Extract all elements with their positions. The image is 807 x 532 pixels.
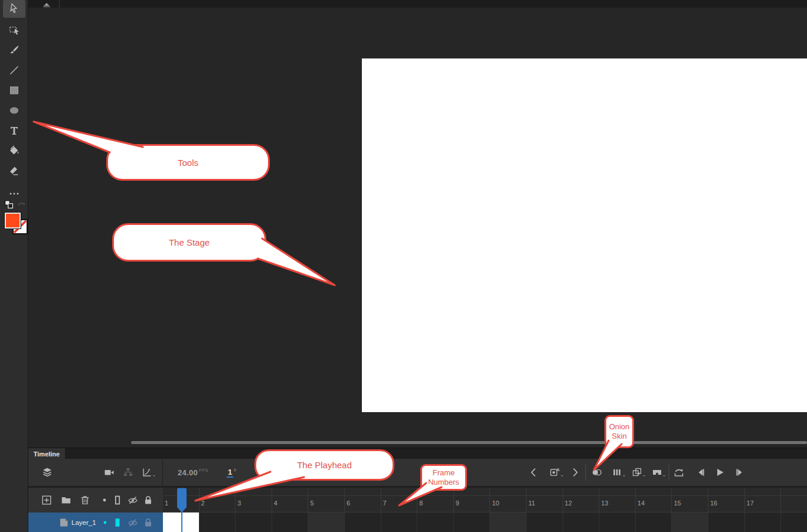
frame-number: 4 (274, 500, 277, 507)
tool-eraser-tool[interactable] (0, 161, 28, 181)
frame-cell[interactable] (454, 513, 491, 532)
onion-skin-outlines-icon[interactable] (611, 466, 623, 478)
ruler-column[interactable]: 10 (490, 488, 527, 513)
frame-cell[interactable] (745, 513, 782, 532)
layer-highlight-dot-icon[interactable] (99, 517, 111, 528)
ruler-column[interactable]: 2 (200, 488, 236, 513)
camera-partial-icon[interactable] (41, 0, 52, 7)
layer-visibility-icon[interactable] (127, 517, 139, 528)
modify-markers-icon[interactable] (651, 466, 663, 478)
play-icon[interactable] (714, 466, 726, 478)
layer-options-icon[interactable] (41, 466, 53, 478)
ruler-column[interactable]: 17 (745, 488, 782, 513)
add-layer-icon[interactable] (41, 494, 53, 506)
stage[interactable] (362, 58, 807, 412)
frame-cell[interactable] (708, 513, 745, 532)
ruler-column[interactable]: 13 (599, 488, 636, 513)
frame-number-ruler[interactable]: 1234567891011121314151617 (163, 488, 807, 513)
next-keyframe-icon[interactable] (569, 466, 581, 478)
layer-parenting-icon[interactable] (122, 466, 134, 478)
tool-selection-tool[interactable] (3, 0, 25, 18)
layer-lock-icon[interactable] (142, 517, 154, 528)
frame-cell[interactable] (599, 513, 636, 532)
edit-multiple-frames-icon[interactable] (631, 466, 643, 478)
frame-cell[interactable] (417, 513, 454, 532)
ruler-column[interactable]: 11 (527, 488, 563, 513)
layer-outline-color-icon[interactable] (112, 517, 123, 528)
tool-list (0, 0, 28, 204)
horizontal-scrollbar[interactable] (131, 441, 807, 444)
tab-label: Timeline (34, 451, 60, 458)
layer-frames-track[interactable] (163, 513, 807, 532)
loop-icon[interactable] (673, 466, 685, 478)
add-camera-icon[interactable] (103, 466, 115, 478)
layer-name[interactable]: Layer_1 (71, 519, 96, 526)
ruler-column[interactable]: 16 (708, 488, 745, 513)
callout-onion-skin: Onion Skin (605, 415, 634, 448)
ruler-column[interactable]: 3 (236, 488, 272, 513)
delete-layer-icon[interactable] (79, 494, 91, 506)
svg-text:A: A (556, 467, 560, 472)
frame-cell[interactable] (345, 513, 381, 532)
ruler-column[interactable]: 15 (672, 488, 708, 513)
frame-cell[interactable] (272, 513, 309, 532)
ruler-column[interactable] (781, 488, 807, 513)
callout-label: Onion Skin (606, 422, 632, 440)
step-back-icon[interactable] (695, 466, 707, 478)
tool-line-tool[interactable] (0, 60, 28, 80)
layer-row-layer1[interactable]: Layer_1 (28, 513, 163, 532)
ruler-column[interactable]: 4 (272, 488, 309, 513)
fps-value[interactable]: 24.00 (178, 468, 198, 477)
default-colors-icon[interactable] (4, 200, 14, 210)
fill-color-swatch[interactable] (5, 213, 21, 229)
fps-control[interactable]: 24.00 FPS (178, 459, 208, 486)
highlight-all-icon[interactable] (99, 494, 110, 506)
frame-cell[interactable] (308, 513, 345, 532)
ruler-column[interactable]: 8 (417, 488, 454, 513)
frame-cell[interactable] (200, 513, 236, 532)
lock-all-icon[interactable] (142, 494, 154, 506)
hide-all-icon[interactable] (127, 494, 139, 506)
tool-paint-bucket-tool[interactable] (0, 141, 28, 161)
add-folder-icon[interactable] (60, 494, 72, 506)
frame-cell[interactable] (636, 513, 672, 532)
frame-cell[interactable] (381, 513, 418, 532)
tool-oval-tool[interactable] (0, 100, 28, 120)
ruler-column[interactable]: 14 (636, 488, 672, 513)
eraser-tool-icon (8, 165, 20, 177)
swap-colors-icon[interactable] (17, 200, 26, 209)
timeline-header: 24.00 FPS 1 F A (28, 459, 807, 488)
auto-keyframe-icon[interactable]: A (549, 466, 561, 478)
tab-timeline[interactable]: Timeline (28, 448, 65, 459)
frame-cell[interactable] (781, 513, 807, 532)
current-frame-value[interactable]: 1 (227, 468, 233, 478)
ruler-column[interactable]: 12 (563, 488, 600, 513)
callout-label: The Playhead (297, 460, 352, 470)
layer-depth-icon[interactable] (141, 466, 153, 478)
tool-rectangle-tool[interactable] (0, 80, 28, 100)
callout-tools: Tools (106, 144, 270, 181)
outline-all-icon[interactable] (112, 494, 123, 506)
fps-unit-label: FPS (199, 468, 208, 473)
frame-cell[interactable] (236, 513, 272, 532)
playhead-marker[interactable] (177, 488, 187, 514)
frame-cell[interactable] (527, 513, 563, 532)
ruler-column[interactable]: 9 (454, 488, 491, 513)
frame-cell[interactable] (490, 513, 527, 532)
tool-subselection-tool[interactable] (0, 20, 28, 40)
previous-keyframe-icon[interactable] (528, 466, 540, 478)
tool-brush-tool[interactable] (0, 40, 28, 60)
separator (586, 464, 586, 481)
ruler-column[interactable]: 7 (381, 488, 418, 513)
ruler-column[interactable]: 5 (308, 488, 345, 513)
tool-text-tool[interactable] (0, 120, 28, 141)
current-frame-control[interactable]: 1 F (227, 459, 237, 486)
frame-cell[interactable] (672, 513, 708, 532)
frame-number: 10 (492, 500, 499, 507)
frame-cell[interactable] (563, 513, 600, 532)
ruler-column[interactable]: 6 (345, 488, 381, 513)
callout-label: The Stage (169, 237, 210, 247)
text-tool-icon (8, 125, 20, 136)
onion-skin-icon[interactable] (591, 466, 603, 478)
step-forward-icon[interactable] (734, 466, 746, 478)
